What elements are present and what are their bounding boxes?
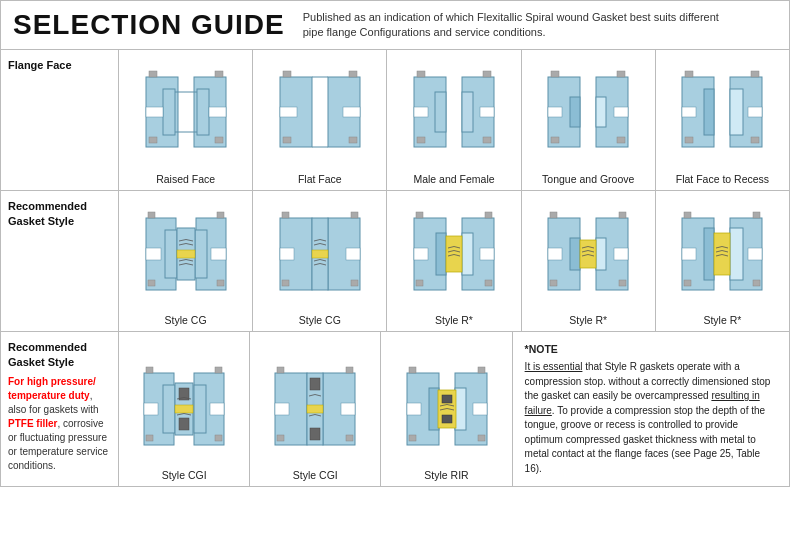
svg-rect-105 — [753, 212, 760, 218]
cell-style-cg-2: Style CG — [253, 191, 387, 331]
svg-rect-120 — [215, 435, 222, 441]
male-female-label: Male and Female — [413, 173, 494, 185]
svg-rect-138 — [442, 395, 452, 403]
svg-rect-81 — [416, 212, 423, 218]
style-cgi-2-label: Style CGI — [293, 469, 338, 481]
svg-rect-7 — [149, 137, 157, 143]
style-rir-label: Style RIR — [424, 469, 468, 481]
gasket-style-2-title: Recommended Gasket Style — [8, 341, 87, 368]
svg-rect-83 — [485, 212, 492, 218]
svg-rect-27 — [417, 137, 425, 143]
svg-rect-136 — [455, 388, 466, 430]
gasket-style-label: Recommended Gasket Style — [1, 191, 119, 331]
svg-rect-127 — [275, 403, 289, 415]
style-cg-1-label: Style CG — [165, 314, 207, 326]
svg-rect-80 — [480, 248, 494, 260]
svg-rect-84 — [485, 280, 492, 286]
cell-flat-face: Flat Face — [253, 50, 387, 190]
svg-rect-134 — [429, 388, 439, 430]
cell-flat-recess: Flat Face to Recess — [656, 50, 789, 190]
svg-rect-143 — [409, 435, 416, 441]
svg-rect-48 — [751, 71, 759, 77]
flange-face-row: Flange Face — [1, 50, 789, 191]
svg-rect-55 — [195, 230, 207, 278]
svg-rect-25 — [462, 92, 473, 132]
svg-rect-23 — [435, 92, 446, 132]
svg-rect-102 — [748, 248, 762, 260]
style-cgi-1-label: Style CGI — [162, 469, 207, 481]
svg-rect-100 — [714, 233, 730, 275]
cell-tongue-groove: Tongue and Groove — [522, 50, 656, 190]
svg-rect-117 — [146, 367, 153, 373]
cell-style-cg-1: Style CG — [119, 191, 253, 331]
svg-rect-99 — [730, 228, 743, 280]
cell-style-cgi-2: Style CGI — [250, 332, 381, 486]
gasket-style-cells: Style CG — [119, 191, 789, 331]
svg-rect-103 — [684, 212, 691, 218]
svg-rect-61 — [148, 280, 155, 286]
note-cell: *NOTE It is essential that Style R gaske… — [513, 332, 789, 486]
svg-rect-128 — [341, 403, 355, 415]
svg-rect-70 — [282, 212, 289, 218]
cell-raised-face: Raised Face — [119, 50, 253, 190]
svg-rect-115 — [144, 403, 158, 415]
svg-rect-130 — [277, 435, 284, 441]
svg-rect-31 — [480, 107, 494, 117]
svg-rect-106 — [753, 280, 760, 286]
svg-rect-36 — [551, 71, 559, 77]
svg-rect-119 — [215, 367, 222, 373]
flange-face-label: Flange Face — [1, 50, 119, 190]
svg-rect-43 — [704, 89, 714, 135]
guide-description: Published as an indication of which Flex… — [303, 10, 723, 41]
svg-rect-88 — [596, 238, 606, 270]
svg-rect-9 — [215, 137, 223, 143]
flat-face-label: Flat Face — [298, 173, 342, 185]
svg-rect-73 — [351, 280, 358, 286]
svg-rect-108 — [163, 385, 175, 433]
cell-style-r-3: Style R* — [656, 191, 789, 331]
svg-rect-144 — [478, 367, 485, 373]
raised-face-label: Raised Face — [156, 173, 215, 185]
svg-rect-50 — [682, 107, 696, 117]
svg-rect-18 — [349, 71, 357, 77]
cell-style-rir: Style RIR — [381, 332, 512, 486]
svg-rect-124 — [307, 405, 323, 413]
svg-rect-17 — [283, 137, 291, 143]
svg-rect-104 — [684, 280, 691, 286]
selection-guide: SELECTION GUIDE Published as an indicati… — [0, 0, 790, 487]
cell-style-r-2: Style R* — [522, 191, 656, 331]
svg-rect-58 — [146, 248, 161, 260]
tongue-groove-label: Tongue and Groove — [542, 173, 634, 185]
svg-rect-68 — [280, 248, 294, 260]
svg-rect-54 — [165, 230, 177, 278]
svg-rect-72 — [351, 212, 358, 218]
svg-rect-142 — [409, 367, 416, 373]
svg-rect-41 — [614, 107, 628, 117]
gasket-style-row: Recommended Gasket Style — [1, 191, 789, 332]
svg-rect-132 — [346, 435, 353, 441]
style-r-3-label: Style R* — [703, 314, 741, 326]
svg-rect-3 — [197, 89, 209, 135]
svg-rect-95 — [619, 280, 626, 286]
svg-rect-28 — [483, 71, 491, 77]
svg-rect-112 — [175, 405, 193, 413]
style-r-2-label: Style R* — [569, 314, 607, 326]
svg-rect-118 — [146, 435, 153, 441]
svg-rect-40 — [548, 107, 562, 117]
svg-rect-141 — [473, 403, 487, 415]
svg-rect-8 — [215, 71, 223, 77]
svg-rect-39 — [617, 137, 625, 143]
svg-rect-49 — [751, 137, 759, 143]
svg-rect-77 — [462, 233, 473, 275]
svg-rect-131 — [346, 367, 353, 373]
svg-rect-26 — [417, 71, 425, 77]
cell-male-female: Male and Female — [387, 50, 521, 190]
svg-rect-38 — [617, 71, 625, 77]
note-title: *NOTE — [525, 342, 777, 357]
svg-rect-91 — [614, 248, 628, 260]
svg-rect-33 — [570, 97, 580, 127]
svg-rect-10 — [146, 107, 163, 117]
svg-rect-125 — [310, 378, 320, 390]
svg-rect-82 — [416, 280, 423, 286]
cell-style-cgi-1: Style CGI — [119, 332, 250, 486]
